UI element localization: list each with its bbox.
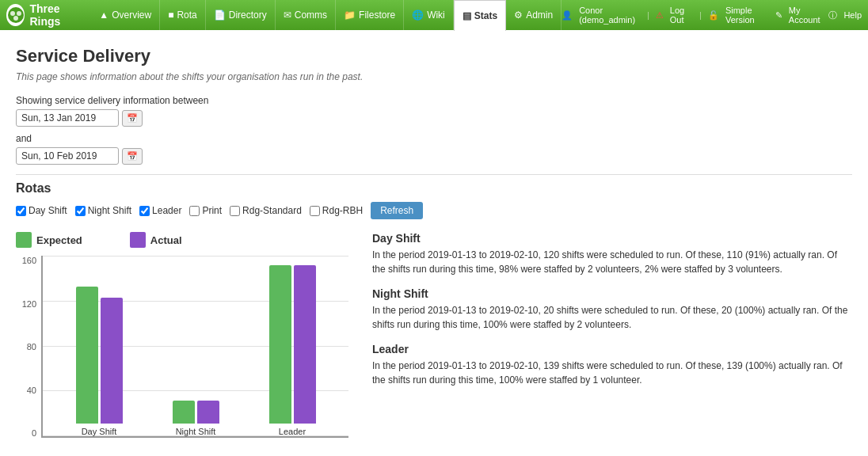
bar-groups: Day Shift Night Shift <box>43 256 348 436</box>
tab-admin[interactable]: ⚙ Admin <box>506 0 562 30</box>
rotas-title: Rotas <box>16 174 852 196</box>
folder-icon: 📁 <box>344 10 356 21</box>
actual-color-box <box>130 232 146 248</box>
date-section: Showing service delivery information bet… <box>16 95 852 165</box>
end-date-calendar-button[interactable]: 📅 <box>122 148 143 165</box>
page-description: This page shows information about the sh… <box>16 71 852 82</box>
legend-actual: Actual <box>130 232 182 248</box>
logo <box>6 4 25 26</box>
start-date-row: 📅 <box>16 109 852 127</box>
start-date-input[interactable] <box>16 109 119 127</box>
mail-icon: ✉ <box>284 10 291 21</box>
content-split: Expected Actual 0 40 80 120 160 <box>16 232 852 438</box>
end-date-input[interactable] <box>16 147 119 165</box>
checkbox-rdg-rbh[interactable] <box>310 206 320 216</box>
refresh-button[interactable]: Refresh <box>371 202 423 219</box>
account-icon: ✎ <box>775 10 782 21</box>
shift-day-shift-section: Day Shift In the period 2019-01-13 to 20… <box>372 232 852 276</box>
bar-leader-actual <box>294 265 316 424</box>
filter-night-shift[interactable]: Night Shift <box>75 205 131 216</box>
bar-label-night-shift: Night Shift <box>176 427 216 436</box>
actual-label: Actual <box>150 234 182 246</box>
expected-color-box <box>16 232 32 248</box>
shift-leader-title: Leader <box>372 343 852 355</box>
logo-area: Three Rings <box>6 2 83 28</box>
tab-rota[interactable]: ■ Rota <box>160 0 206 30</box>
bar-night-actual <box>197 401 219 424</box>
checkbox-print[interactable] <box>189 206 200 216</box>
chart-with-axis: 0 40 80 120 160 <box>16 256 348 438</box>
shift-night-shift-title: Night Shift <box>372 287 852 300</box>
calendar-icon: ■ <box>168 10 173 21</box>
tab-comms[interactable]: ✉ Comms <box>276 0 336 30</box>
svg-point-2 <box>17 11 21 16</box>
bar-day-actual <box>101 298 123 424</box>
filter-rdg-standard[interactable]: Rdg-Standard <box>230 205 302 216</box>
filter-print[interactable]: Print <box>189 205 222 216</box>
y-axis: 0 40 80 120 160 <box>16 256 41 438</box>
admin-icon: ⚙ <box>514 10 523 21</box>
user-label[interactable]: Conor (demo_admin) <box>579 6 641 25</box>
filter-leader[interactable]: Leader <box>139 205 181 216</box>
stats-icon: ▤ <box>463 10 471 21</box>
expected-label: Expected <box>36 234 82 246</box>
logout-button[interactable]: Log Out <box>670 6 693 25</box>
svg-point-1 <box>10 11 15 16</box>
end-date-row: 📅 <box>16 147 852 165</box>
shift-leader-section: Leader In the period 2019-01-13 to 2019-… <box>372 343 852 387</box>
navbar: Three Rings ▲ Overview ■ Rota 📄 Director… <box>0 0 868 30</box>
bars-night-shift <box>173 401 219 424</box>
chart-section: Expected Actual 0 40 80 120 160 <box>16 232 348 438</box>
tab-stats[interactable]: ▤ Stats <box>454 0 506 31</box>
help-icon: ⓘ <box>828 10 837 21</box>
filter-row: Day Shift Night Shift Leader Print Rdg-S… <box>16 202 852 219</box>
simple-version-link[interactable]: Simple Version <box>725 6 769 25</box>
checkbox-rdg-standard[interactable] <box>230 206 240 216</box>
legend-expected: Expected <box>16 232 82 248</box>
filter-rdg-rbh[interactable]: Rdg-RBH <box>310 205 363 216</box>
user-icon: 👤 <box>562 10 573 21</box>
tab-overview[interactable]: ▲ Overview <box>91 0 160 30</box>
chart-area: Day Shift Night Shift <box>41 256 348 438</box>
simple-version-icon: 🔓 <box>708 10 719 21</box>
bar-group-night-shift: Night Shift <box>173 401 219 436</box>
nav-tabs: ▲ Overview ■ Rota 📄 Directory ✉ Comms 📁 … <box>91 0 562 30</box>
bar-label-leader: Leader <box>279 427 306 436</box>
and-label: and <box>16 133 852 144</box>
chart-legend: Expected Actual <box>16 232 348 248</box>
logo-text: Three Rings <box>29 2 83 28</box>
checkbox-leader[interactable] <box>139 206 150 216</box>
logout-icon: ⚠ <box>656 10 664 21</box>
shift-night-shift-section: Night Shift In the period 2019-01-13 to … <box>372 287 852 332</box>
bar-group-leader: Leader <box>269 265 316 436</box>
tab-directory[interactable]: 📄 Directory <box>206 0 276 30</box>
checkbox-day-shift[interactable] <box>16 206 26 216</box>
info-icon: ▲ <box>99 10 108 21</box>
svg-point-3 <box>13 16 18 21</box>
start-date-calendar-button[interactable]: 📅 <box>122 110 143 127</box>
bars-day-shift <box>76 287 123 424</box>
tab-filestore[interactable]: 📁 Filestore <box>336 0 404 30</box>
book-icon: 📄 <box>214 10 226 21</box>
my-account-link[interactable]: My Account <box>789 6 823 25</box>
date-range-label: Showing service delivery information bet… <box>16 95 852 106</box>
bars-leader <box>269 265 316 424</box>
shift-leader-text: In the period 2019-01-13 to 2019-02-10, … <box>372 359 852 387</box>
wiki-icon: 🌐 <box>412 10 424 21</box>
filter-day-shift[interactable]: Day Shift <box>16 205 67 216</box>
tab-wiki[interactable]: 🌐 Wiki <box>404 0 454 30</box>
main-content: Service Delivery This page shows informa… <box>0 30 868 454</box>
text-section: Day Shift In the period 2019-01-13 to 20… <box>372 232 852 438</box>
shift-night-shift-text: In the period 2019-01-13 to 2019-02-10, … <box>372 303 852 332</box>
nav-right: 👤 Conor (demo_admin) | ⚠ Log Out | 🔓 Sim… <box>562 6 862 25</box>
bar-leader-expected <box>269 265 291 424</box>
bar-night-expected <box>173 401 195 424</box>
help-link[interactable]: Help <box>843 10 862 20</box>
checkbox-night-shift[interactable] <box>75 206 86 216</box>
bar-group-day-shift: Day Shift <box>76 287 123 436</box>
bar-day-expected <box>76 287 98 424</box>
shift-day-shift-text: In the period 2019-01-13 to 2019-02-10, … <box>372 248 852 276</box>
bar-label-day-shift: Day Shift <box>82 427 117 436</box>
shift-day-shift-title: Day Shift <box>372 232 852 245</box>
page-title: Service Delivery <box>16 46 852 66</box>
